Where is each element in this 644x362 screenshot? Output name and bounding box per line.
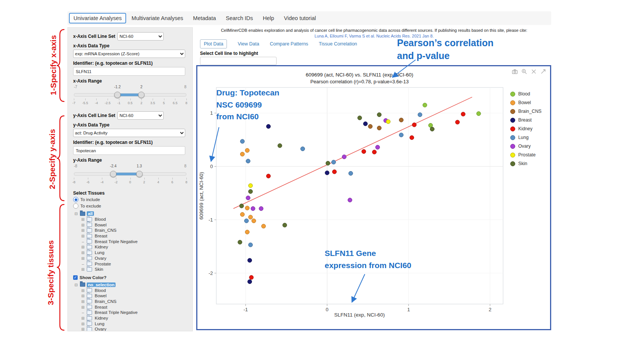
- zoom-in-icon[interactable]: [521, 69, 527, 75]
- tab-compare-patterns[interactable]: Compare Patterns: [270, 41, 308, 47]
- tree-item-inc-skin[interactable]: ⊞Skin: [81, 267, 187, 272]
- legend-item-lung[interactable]: Lung: [510, 135, 542, 140]
- point-breast[interactable]: [248, 279, 252, 284]
- radio-to-include[interactable]: To include: [73, 197, 187, 202]
- point-ovary[interactable]: [259, 206, 263, 211]
- point-blood[interactable]: [423, 103, 427, 107]
- y-range-slider[interactable]: -88-2.41.3-8-6-4-202468: [74, 164, 186, 187]
- nav-item-multivariate-analyses[interactable]: Multivariate Analyses: [127, 13, 188, 23]
- tree-item-exc-lung[interactable]: ⊞Lung: [81, 321, 187, 326]
- tree-item-inc-bowel[interactable]: ⊞Bowel: [81, 222, 187, 228]
- point-prostate[interactable]: [249, 184, 253, 188]
- tree-item-inc-breast[interactable]: ⊞Breast: [81, 233, 187, 239]
- point-skin[interactable]: [326, 161, 330, 165]
- point-bowel[interactable]: [240, 152, 244, 156]
- expand-icon[interactable]: [540, 69, 546, 75]
- expand-icon[interactable]: ⊞: [81, 293, 85, 298]
- point-kidney[interactable]: [412, 123, 416, 127]
- show-color-row[interactable]: ✓ Show Color?: [73, 275, 187, 280]
- expand-icon[interactable]: ⊞: [81, 228, 85, 232]
- point-kidney[interactable]: [266, 174, 270, 178]
- tree-item-exc-ovary[interactable]: ⊞Ovary: [81, 326, 187, 331]
- legend-item-skin[interactable]: Skin: [510, 161, 542, 166]
- point-lung[interactable]: [418, 112, 422, 117]
- point-lung[interactable]: [244, 219, 249, 223]
- legend-item-prostate[interactable]: Prostate: [510, 152, 542, 158]
- point-skin[interactable]: [377, 112, 381, 117]
- point-lung[interactable]: [331, 160, 336, 164]
- point-breast[interactable]: [325, 171, 329, 175]
- y-data-type-select[interactable]: act: Drug Activity: [73, 129, 185, 137]
- legend-item-kidney[interactable]: Kidney: [510, 126, 542, 131]
- tree-item-exc-brain-cns[interactable]: ⊞Brain_CNS: [81, 299, 187, 304]
- point-breast[interactable]: [248, 258, 252, 262]
- nav-item-help[interactable]: Help: [258, 13, 279, 23]
- point-lung[interactable]: [240, 139, 244, 144]
- point-skin[interactable]: [249, 189, 253, 193]
- nav-item-search-ids[interactable]: Search IDs: [221, 13, 258, 23]
- collapse-icon[interactable]: ⊟: [74, 211, 78, 216]
- point-bowel[interactable]: [245, 230, 249, 234]
- legend-item-breast[interactable]: Breast: [510, 117, 542, 123]
- point-breast[interactable]: [363, 122, 367, 126]
- expand-icon[interactable]: ⊞: [81, 321, 85, 326]
- point-skin[interactable]: [283, 223, 287, 227]
- radio-to-exclude[interactable]: To exclude: [73, 203, 187, 209]
- point-lung[interactable]: [249, 243, 253, 247]
- point-lung[interactable]: [399, 133, 403, 137]
- slider-handle-from[interactable]: [114, 92, 120, 98]
- point-skin[interactable]: [358, 116, 362, 120]
- x-data-type-select[interactable]: exp: mRNA Expression (Z-Score): [73, 50, 185, 58]
- expand-icon[interactable]: ⊞: [81, 234, 85, 238]
- tree-item-exc-breast[interactable]: ⊞Breast: [81, 304, 187, 310]
- tree-item-exc-breast-triple-negative[interactable]: –Breast Triple Negative: [81, 310, 187, 315]
- point-ovary[interactable]: [348, 198, 352, 202]
- tab-plot-data[interactable]: Plot Data: [200, 39, 227, 48]
- slider-handle-to[interactable]: [138, 92, 145, 98]
- nav-item-video-tutorial[interactable]: Video tutorial: [280, 13, 320, 23]
- point-kidney[interactable]: [461, 112, 465, 116]
- point-breast[interactable]: [266, 124, 270, 128]
- point-skin[interactable]: [430, 127, 434, 131]
- point-lung[interactable]: [301, 147, 305, 151]
- point-bowel[interactable]: [245, 206, 249, 210]
- legend-item-brain-cns[interactable]: Brain_CNS: [510, 109, 542, 114]
- point-brain-cns[interactable]: [368, 124, 372, 128]
- point-kidney[interactable]: [455, 120, 460, 124]
- point-blood[interactable]: [477, 112, 481, 116]
- camera-icon[interactable]: [512, 69, 518, 75]
- close-icon[interactable]: [531, 69, 537, 75]
- point-brain-cns[interactable]: [399, 118, 403, 122]
- tab-view-data[interactable]: View Data: [238, 41, 259, 47]
- point-blood[interactable]: [428, 123, 433, 128]
- legend-item-blood[interactable]: Blood: [510, 91, 542, 97]
- point-prostate[interactable]: [386, 120, 390, 124]
- citation-link[interactable]: Luna A, Elloumi F, Varma S et al. Nuclei…: [199, 34, 549, 38]
- point-brain-cns[interactable]: [377, 126, 381, 130]
- point-skin[interactable]: [238, 240, 242, 244]
- point-ovary[interactable]: [375, 145, 380, 149]
- point-kidney[interactable]: [249, 275, 253, 279]
- legend-item-ovary[interactable]: Ovary: [510, 144, 542, 149]
- tree-root-no-selection[interactable]: ⊟no_selection: [74, 282, 187, 288]
- point-bowel[interactable]: [249, 215, 253, 219]
- tree-item-inc-blood[interactable]: ⊞Blood: [81, 217, 187, 222]
- show-color-checkbox[interactable]: ✓: [73, 275, 78, 280]
- expand-icon[interactable]: ⊞: [81, 267, 85, 272]
- tab-tissue-correlation[interactable]: Tissue Correlation: [319, 41, 357, 47]
- point-skin[interactable]: [239, 204, 244, 208]
- point-bowel[interactable]: [240, 212, 244, 217]
- expand-icon[interactable]: ⊞: [81, 245, 85, 249]
- expand-icon[interactable]: ⊞: [81, 288, 85, 293]
- expand-icon[interactable]: ⊞: [81, 250, 85, 255]
- collapse-icon[interactable]: ⊟: [74, 282, 78, 287]
- x-cell-line-set-select[interactable]: NCI-60: [117, 32, 164, 41]
- point-ovary[interactable]: [342, 155, 346, 159]
- nav-item-metadata[interactable]: Metadata: [189, 13, 220, 23]
- tree-item-inc-breast-triple-negative[interactable]: –Breast Triple Negative: [81, 239, 187, 244]
- expand-icon[interactable]: ⊞: [81, 305, 85, 309]
- point-kidney[interactable]: [332, 170, 336, 174]
- x-range-slider[interactable]: -78-1.22-7-5.5-4-2.5-10.523.556.58: [74, 85, 186, 108]
- highlight-cell-line-input[interactable]: [200, 57, 277, 65]
- tree-item-exc-kidney[interactable]: ⊞Kidney: [81, 315, 187, 321]
